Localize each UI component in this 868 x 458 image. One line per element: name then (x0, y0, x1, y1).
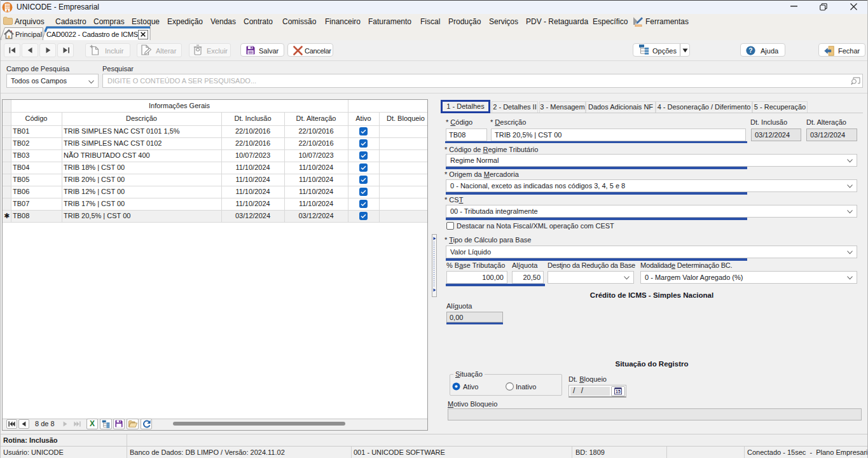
svg-text:?: ? (748, 47, 752, 54)
svg-text:15: 15 (616, 389, 621, 394)
